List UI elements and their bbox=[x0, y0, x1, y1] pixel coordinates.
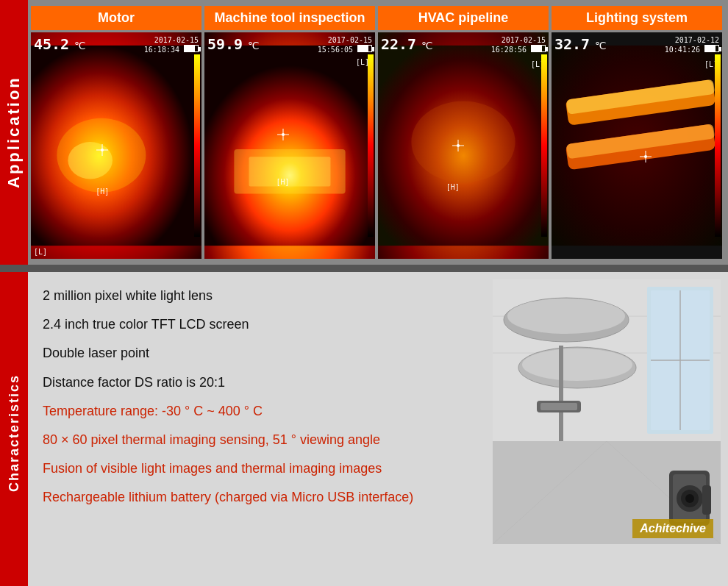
motor-l-marker: [L] bbox=[34, 248, 47, 256]
char-item-3: Double laser point bbox=[43, 344, 485, 362]
char-item-8: Rechargeable lithium battery (charged vi… bbox=[43, 488, 485, 507]
application-label: Application bbox=[0, 0, 28, 265]
machine-h-marker: [H] bbox=[276, 178, 289, 186]
warehouse-svg bbox=[493, 279, 721, 544]
lighting-hud: 32.7 ℃ 2017-02-1210:41:26 bbox=[554, 35, 719, 54]
brand-label: Achitechive bbox=[632, 519, 713, 538]
thermal-card-machine: Machine tool inspection bbox=[204, 6, 375, 259]
char-item-5: Temperature range: -30 ° C ~ 400 ° C bbox=[43, 402, 485, 421]
thermal-image-machine: 59.9 ℃ 2017-02-1515:56:05 [H] [L] bbox=[204, 32, 375, 259]
thermal-card-lighting: Lighting system bbox=[552, 6, 722, 259]
hvac-hud: 22.7 ℃ 2017-02-1516:28:56 bbox=[381, 35, 546, 54]
motor-hud: 45.2 ℃ 2017-02-1516:18:34 bbox=[34, 35, 199, 54]
thermal-label-machine: Machine tool inspection bbox=[204, 6, 375, 30]
machine-color-scale bbox=[368, 54, 374, 237]
svg-rect-36 bbox=[702, 485, 711, 515]
section-divider bbox=[0, 265, 728, 272]
motor-datetime: 2017-02-1516:18:34 bbox=[144, 35, 199, 54]
motor-h-marker: [H] bbox=[96, 187, 109, 196]
thermal-label-lighting: Lighting system bbox=[552, 6, 722, 30]
lighting-crosshair bbox=[640, 151, 652, 162]
lighting-unit: ℃ bbox=[595, 40, 607, 51]
bottom-section: Characteristics 2 million pixel white li… bbox=[0, 272, 728, 586]
hvac-datetime: 2017-02-1516:28:56 bbox=[491, 35, 546, 54]
machine-temp: 59.9 bbox=[207, 35, 243, 53]
machine-crosshair bbox=[277, 129, 289, 140]
svg-point-35 bbox=[685, 494, 694, 503]
motor-crosshair bbox=[96, 144, 108, 156]
machine-datetime: 2017-02-1515:56:05 bbox=[318, 35, 372, 54]
characteristics-label: Characteristics bbox=[0, 272, 28, 586]
char-item-4: Distance factor DS ratio is 20:1 bbox=[43, 374, 485, 392]
thermal-label-hvac: HVAC pipeline bbox=[378, 6, 549, 30]
char-item-1: 2 million pixel white light lens bbox=[43, 287, 485, 305]
motor-color-scale bbox=[194, 54, 200, 237]
thermal-image-lighting: 32.7 ℃ 2017-02-1210:41:26 [L] bbox=[552, 32, 722, 259]
svg-rect-3 bbox=[204, 46, 375, 246]
hvac-h-marker: [H] bbox=[446, 183, 460, 191]
thermal-label-motor: Motor bbox=[31, 6, 201, 30]
motor-unit: ℃ bbox=[74, 40, 86, 51]
thermal-images-container: Motor bbox=[28, 0, 728, 265]
svg-rect-30 bbox=[540, 403, 577, 410]
lighting-datetime: 2017-02-1210:41:26 bbox=[665, 35, 719, 54]
motor-temp: 45.2 bbox=[34, 35, 69, 53]
thermal-card-hvac: HVAC pipeline bbox=[378, 6, 549, 259]
characteristics-text: 2 million pixel white light lens 2.4 inc… bbox=[43, 287, 493, 586]
lighting-temp: 32.7 bbox=[554, 35, 590, 53]
char-item-6: 80 × 60 pixel thermal imaging sensing, 5… bbox=[43, 431, 485, 449]
svg-rect-28 bbox=[559, 346, 563, 441]
hvac-temp: 22.7 bbox=[381, 35, 416, 53]
svg-point-25 bbox=[507, 299, 625, 334]
thermal-card-motor: Motor bbox=[31, 6, 201, 259]
svg-rect-5 bbox=[249, 157, 331, 186]
machine-unit: ℃ bbox=[248, 40, 260, 51]
thermal-image-motor: 45.2 ℃ 2017-02-1516:18:34 [H] [L] bbox=[31, 32, 201, 259]
lighting-color-scale bbox=[715, 54, 721, 237]
hvac-crosshair bbox=[452, 140, 464, 151]
top-section: Application Motor bbox=[0, 0, 728, 265]
machine-hud: 59.9 ℃ 2017-02-1515:56:05 bbox=[207, 35, 372, 54]
hvac-unit: ℃ bbox=[421, 40, 433, 51]
characteristics-image: Achitechive bbox=[493, 279, 721, 544]
char-item-7: Fusion of visible light images and therm… bbox=[43, 460, 485, 478]
thermal-image-hvac: 22.7 ℃ 2017-02-1516:28:56 [H] [L] bbox=[378, 32, 549, 259]
hvac-color-scale bbox=[541, 54, 547, 237]
char-item-2: 2.4 inch true color TFT LCD screen bbox=[43, 315, 485, 334]
svg-point-27 bbox=[522, 349, 632, 381]
characteristics-content: 2 million pixel white light lens 2.4 inc… bbox=[28, 272, 728, 586]
